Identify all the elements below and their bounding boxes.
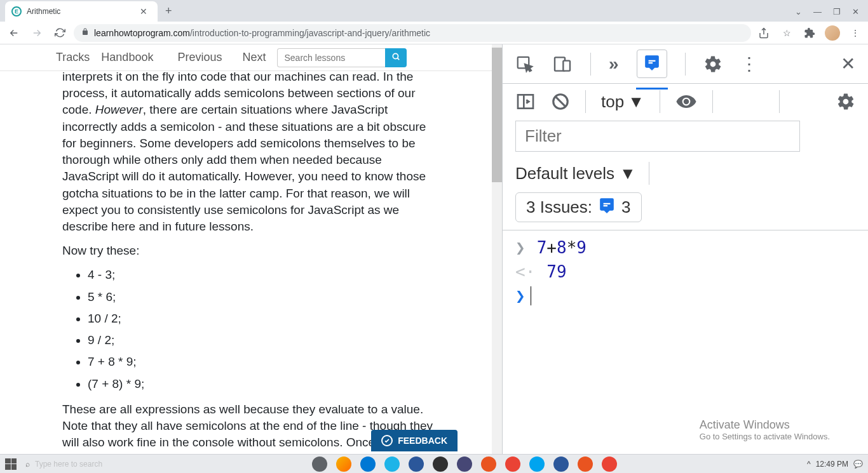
- execution-context-selector[interactable]: top ▼: [601, 92, 644, 112]
- text-cursor: [531, 286, 531, 305]
- taskbar-app-icon[interactable]: [360, 456, 376, 472]
- code-examples-list: 4 - 3; 5 * 6; 10 / 2; 9 / 2; 7 + 8 * 9; …: [62, 267, 438, 392]
- new-tab-button[interactable]: +: [158, 1, 180, 22]
- taskbar-app-icon[interactable]: [481, 456, 496, 472]
- search-icon: ⌕: [25, 460, 30, 469]
- feedback-button[interactable]: FEEDBACK: [371, 430, 458, 451]
- minimize-icon[interactable]: —: [813, 7, 822, 17]
- console-output[interactable]: ❯ 7+8*9 <· 79 ❯: [503, 230, 868, 454]
- console-filter-input[interactable]: [515, 121, 800, 152]
- console-expression: 7+8*9: [537, 238, 587, 257]
- taskbar-app-icon[interactable]: [505, 456, 520, 472]
- feedback-check-icon: [381, 435, 393, 446]
- kebab-menu-icon[interactable]: ⋮: [848, 25, 863, 41]
- list-item: 9 / 2;: [88, 332, 438, 349]
- more-tabs-icon[interactable]: »: [609, 54, 619, 74]
- devtools-close-icon[interactable]: ✕: [841, 53, 855, 74]
- svg-point-0: [393, 53, 398, 58]
- paragraph: interprets it on the fly into code that …: [62, 69, 438, 235]
- prompt-icon: ❯: [515, 286, 526, 305]
- url-text: learnhowtoprogram.com/introduction-to-pr…: [94, 28, 430, 38]
- tab-close-icon[interactable]: ✕: [136, 5, 151, 18]
- taskbar-app-icon[interactable]: [433, 456, 448, 472]
- svg-rect-4: [518, 95, 533, 108]
- list-item: (7 + 8) * 9;: [88, 376, 438, 392]
- live-expression-eye-icon[interactable]: [675, 91, 697, 112]
- taskbar-app-icon[interactable]: [336, 456, 351, 472]
- taskbar-pinned-apps: [312, 456, 617, 472]
- taskbar-app-icon[interactable]: [312, 456, 327, 472]
- tab-title: Arithmetic: [27, 7, 131, 16]
- browser-tab[interactable]: E Arithmetic ✕: [5, 1, 158, 22]
- page-scrollbar[interactable]: [492, 44, 502, 454]
- devtools-panel: » ⋮ ✕ top ▼: [502, 44, 868, 454]
- caret-down-icon: ▼: [628, 92, 644, 112]
- restore-icon[interactable]: ❐: [833, 7, 841, 17]
- taskbar-app-icon[interactable]: [578, 456, 593, 472]
- search-button[interactable]: [385, 48, 407, 67]
- bookmark-star-icon[interactable]: ☆: [779, 25, 794, 41]
- start-button-icon[interactable]: [5, 458, 17, 470]
- taskbar-app-icon[interactable]: [553, 456, 569, 472]
- tab-favicon-icon: E: [11, 6, 22, 17]
- clear-console-icon[interactable]: [551, 92, 570, 111]
- taskbar-app-icon[interactable]: [602, 456, 617, 472]
- nav-previous[interactable]: Previous: [177, 51, 222, 64]
- tray-chevron-icon[interactable]: ^: [807, 460, 811, 469]
- svg-rect-3: [563, 60, 570, 70]
- nav-handbook[interactable]: Handbook: [101, 51, 153, 64]
- inspect-element-icon[interactable]: [515, 55, 534, 74]
- list-item: 10 / 2;: [88, 310, 438, 327]
- devtools-toolbar: » ⋮ ✕: [503, 44, 868, 84]
- close-window-icon[interactable]: ✕: [852, 7, 859, 17]
- back-button[interactable]: [5, 24, 23, 42]
- extensions-icon[interactable]: [802, 25, 817, 41]
- share-icon[interactable]: [756, 25, 771, 41]
- caret-down-icon: ▼: [620, 164, 636, 183]
- page-content: Tracks Handbook Previous Next interprets…: [0, 44, 502, 454]
- taskbar-app-icon[interactable]: [384, 456, 400, 472]
- reload-button[interactable]: [51, 24, 69, 42]
- taskbar-search[interactable]: ⌕ Type here to search: [25, 460, 102, 469]
- search-input[interactable]: [277, 48, 385, 67]
- console-settings-gear-icon[interactable]: [836, 92, 855, 111]
- chevron-down-icon[interactable]: ⌄: [795, 7, 802, 17]
- result-arrow-icon: <·: [515, 262, 535, 281]
- issues-chat-icon: [599, 197, 615, 218]
- clock[interactable]: 12:49 PM: [816, 460, 848, 469]
- device-toolbar-icon[interactable]: [552, 54, 573, 74]
- forward-button[interactable]: [28, 24, 46, 42]
- url-field[interactable]: learnhowtoprogram.com/introduction-to-pr…: [74, 24, 751, 42]
- windows-taskbar[interactable]: ⌕ Type here to search ^ 12:49 PM 💬: [0, 454, 868, 473]
- paragraph: Now try these:: [62, 243, 438, 259]
- prompt-icon: ❯: [515, 238, 526, 257]
- profile-avatar[interactable]: [825, 25, 840, 41]
- console-result: 79: [546, 262, 566, 281]
- nav-tracks[interactable]: Tracks: [56, 51, 90, 64]
- lock-icon: [81, 27, 89, 38]
- console-tab[interactable]: [637, 50, 667, 78]
- notifications-icon[interactable]: 💬: [853, 460, 863, 469]
- article-body: interprets it on the fly into code that …: [0, 69, 502, 454]
- log-levels-selector[interactable]: Default levels ▼: [515, 164, 636, 183]
- nav-next[interactable]: Next: [242, 51, 266, 64]
- issues-button[interactable]: 3 Issues: 3: [515, 192, 642, 222]
- list-item: 5 * 6;: [88, 289, 438, 305]
- settings-gear-icon[interactable]: [703, 55, 722, 74]
- taskbar-app-icon[interactable]: [457, 456, 472, 472]
- window-controls: ⌄ — ❐ ✕: [795, 7, 868, 22]
- console-sidebar-toggle-icon[interactable]: [515, 91, 536, 112]
- taskbar-tray[interactable]: ^ 12:49 PM 💬: [807, 460, 863, 469]
- devtools-kebab-icon[interactable]: ⋮: [740, 53, 758, 74]
- console-prompt-line[interactable]: ❯: [503, 284, 868, 308]
- site-nav: Tracks Handbook Previous Next: [0, 44, 502, 71]
- address-bar: learnhowtoprogram.com/introduction-to-pr…: [0, 22, 868, 44]
- console-result-line: <· 79: [503, 260, 868, 284]
- browser-tab-strip: E Arithmetic ✕ + ⌄ — ❐ ✕: [0, 0, 868, 22]
- console-toolbar: top ▼ Default levels ▼ 3 I: [503, 84, 868, 230]
- taskbar-app-icon[interactable]: [409, 456, 424, 472]
- console-input-line: ❯ 7+8*9: [503, 236, 868, 260]
- list-item: 4 - 3;: [88, 267, 438, 283]
- scrollbar-thumb[interactable]: [492, 48, 502, 182]
- taskbar-app-icon[interactable]: [529, 456, 545, 472]
